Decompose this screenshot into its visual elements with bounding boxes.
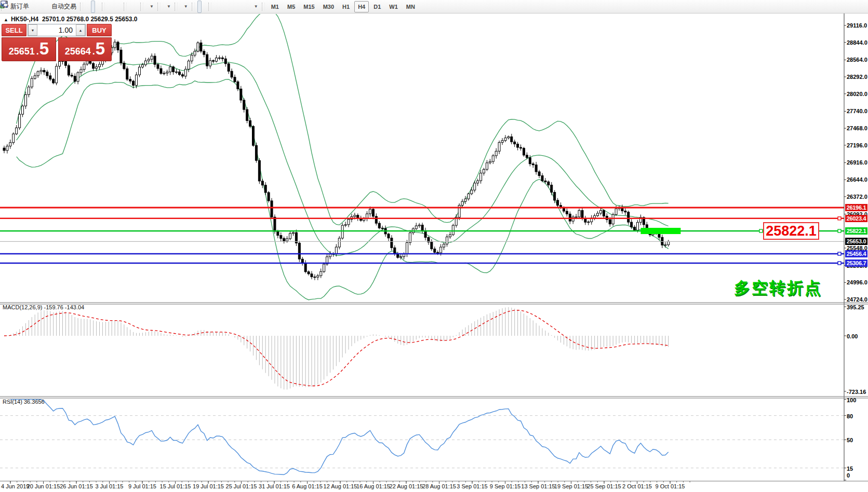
toolbar-group [107, 0, 123, 13]
time-tick-label: 6 Aug 01:15 [292, 483, 323, 489]
price-callout-box[interactable]: 25822.1 [763, 222, 819, 240]
toolbar-group [129, 0, 139, 13]
zoom-in-button[interactable] [108, 1, 112, 13]
time-tick-label: 20 Jun 01:15 [27, 483, 60, 489]
one-click-trading-panel: SELL ▼ ▲ BUY 25651.5 25664.5 [2, 24, 112, 61]
timeframe-mn[interactable]: MN [403, 1, 419, 12]
price-level-chip-26196.1: 26196.1 [845, 204, 867, 211]
timeframe-m30[interactable]: M30 [319, 1, 338, 12]
ask-price-display[interactable]: 25664.5 [58, 37, 112, 61]
zoom-out-button[interactable] [113, 1, 117, 13]
price-tick-label: 27468.0 [847, 125, 867, 132]
timeframe-h4[interactable]: H4 [354, 1, 369, 12]
label-button[interactable]: T [245, 1, 249, 13]
bid-big-digit: 5 [39, 42, 49, 56]
time-tick-label: 28 Aug 01:15 [422, 483, 456, 489]
time-tick-label: 9 Sep 01:15 [490, 483, 520, 489]
auto-scroll-button[interactable] [129, 1, 133, 13]
crosshair-button[interactable] [203, 1, 207, 13]
rsi-value: 36.3656 [24, 399, 45, 405]
chat-button[interactable] [858, 1, 862, 13]
rsi-tick-label: 15 [847, 465, 853, 472]
buy-button[interactable]: BUY [87, 24, 112, 36]
toolbar-grip [192, 3, 195, 11]
time-tick-label: 25 Sep 01:15 [587, 483, 621, 489]
candlestick-button[interactable] [91, 1, 95, 13]
text-button[interactable]: A [240, 1, 244, 13]
timeframe-d1[interactable]: D1 [370, 1, 384, 12]
bar-chart-button[interactable] [86, 1, 90, 13]
timeframe-h1[interactable]: H1 [339, 1, 353, 12]
channel-button[interactable]: E [230, 1, 234, 13]
sell-button[interactable]: SELL [2, 24, 26, 36]
ask-main-digits: 25664 [65, 46, 91, 57]
hline-anchor-25456.4[interactable] [838, 252, 841, 255]
time-tick-label: 25 Jul 01:15 [226, 483, 257, 489]
hline-anchor-25822.1[interactable] [838, 229, 841, 233]
highlight-zone[interactable] [640, 228, 680, 234]
volume-stepper: ▼ ▲ [28, 24, 86, 36]
new-order-button[interactable]: 新订单 [7, 1, 31, 13]
autotrading-button[interactable]: 自动交易 [48, 1, 78, 13]
vertical-line-button[interactable] [214, 1, 218, 13]
arrows-button[interactable]: ▼ [250, 1, 260, 13]
indicators-button[interactable]: ▼ [146, 1, 156, 13]
time-tick-label: 19 Jul 01:15 [193, 483, 224, 489]
collapse-panel-icon[interactable]: ▲ [4, 17, 8, 22]
volume-decrease-button[interactable]: ▼ [28, 24, 37, 36]
time-tick-label: 19 Sep 01:15 [554, 483, 588, 489]
signals-button[interactable] [43, 1, 47, 13]
ohlc-low: 25629.5 [90, 16, 113, 23]
callout-anchor-square[interactable] [759, 229, 763, 233]
timeframe-m5[interactable]: M5 [284, 1, 299, 12]
macd-tick-label: 395.25 [847, 304, 864, 311]
timeframe-w1[interactable]: W1 [385, 1, 402, 12]
timeframe-m1[interactable]: M1 [268, 1, 283, 12]
hline-anchor-25306.7[interactable] [838, 262, 841, 265]
volume-increase-button[interactable]: ▲ [76, 24, 85, 36]
ohlc-close: 25653.0 [115, 16, 137, 23]
chart-canvas[interactable] [0, 0, 868, 492]
price-level-chip-25306.7: 25306.7 [845, 259, 867, 267]
macd-signal-value: -143.04 [65, 304, 84, 310]
toolbar-right [852, 1, 863, 13]
hline-anchor-26023.4[interactable] [838, 217, 841, 220]
toolbar-group: ▼ [145, 0, 156, 13]
macd-tick-label: -723.16 [847, 388, 866, 395]
price-tick-label: 26372.0 [847, 193, 867, 200]
horizontal-line-button[interactable] [219, 1, 223, 13]
toolbar-group [197, 0, 207, 13]
toolbar-grip [80, 3, 83, 11]
cursor-button[interactable] [197, 1, 202, 13]
timeframe-m15[interactable]: M15 [300, 1, 318, 12]
time-tick-label: 13 Sep 01:15 [521, 483, 555, 489]
history-center-button[interactable] [32, 1, 36, 13]
chevron-down-icon: ▼ [150, 4, 154, 9]
toolbar-grip [140, 3, 143, 11]
templates-button[interactable]: ▼ [180, 1, 190, 13]
trendline-button[interactable] [224, 1, 229, 13]
ohlc-open: 25701.0 [42, 16, 64, 23]
time-tick-label: 15 Jul 01:15 [160, 483, 191, 489]
rsi-tick-label: 0 [847, 472, 850, 479]
chart-shift-button[interactable] [135, 1, 139, 13]
price-tick-label: 24996.0 [847, 279, 867, 286]
tile-windows-button[interactable] [118, 1, 122, 13]
bid-dot: . [36, 46, 39, 57]
search-button[interactable] [853, 1, 857, 13]
line-chart-button[interactable] [96, 1, 100, 13]
price-tick-label: 26644.0 [847, 176, 867, 183]
toolbar-grip [102, 3, 105, 11]
toolbar-grip [175, 3, 178, 11]
volume-input[interactable] [37, 24, 76, 36]
symbol-period-label: HK50-,H4 [11, 16, 38, 23]
fibonacci-button[interactable]: F [235, 1, 239, 13]
rsi-tick-label: 100 [847, 397, 856, 404]
chart-window-button[interactable] [37, 1, 42, 13]
price-level-chip-26023.4: 26023.4 [845, 215, 867, 222]
toolbar-group: ▼ [180, 0, 191, 13]
chevron-down-icon: ▼ [254, 4, 258, 9]
chat-icon [0, 0, 8, 8]
periods-button[interactable]: ▼ [163, 1, 173, 13]
bid-price-display[interactable]: 25651.5 [2, 37, 56, 61]
